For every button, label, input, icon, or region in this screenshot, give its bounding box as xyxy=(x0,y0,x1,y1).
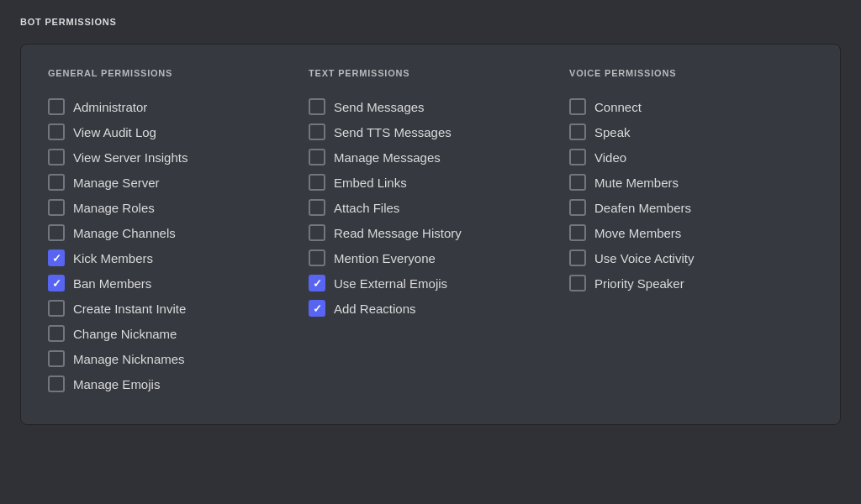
permission-item-read-message-history[interactable]: Read Message History xyxy=(309,224,552,241)
permission-label-view-audit-log: View Audit Log xyxy=(73,125,156,139)
permission-item-manage-roles[interactable]: Manage Roles xyxy=(48,199,292,216)
permission-item-view-audit-log[interactable]: View Audit Log xyxy=(48,123,292,140)
checkbox-manage-channels[interactable] xyxy=(48,224,65,241)
permission-label-ban-members: Ban Members xyxy=(73,276,151,291)
permission-item-view-server-insights[interactable]: View Server Insights xyxy=(48,149,292,165)
permission-item-kick-members[interactable]: Kick Members xyxy=(48,249,292,266)
permission-label-manage-emojis: Manage Emojis xyxy=(73,377,160,391)
permission-item-manage-nicknames[interactable]: Manage Nicknames xyxy=(48,350,292,367)
permission-item-connect[interactable]: Connect xyxy=(569,98,813,115)
checkbox-manage-roles[interactable] xyxy=(48,199,65,216)
permission-label-priority-speaker: Priority Speaker xyxy=(594,276,684,291)
page-title: BOT PERMISSIONS xyxy=(20,17,841,27)
checkbox-ban-members[interactable] xyxy=(48,275,65,291)
checkbox-connect[interactable] xyxy=(569,98,586,115)
permission-label-kick-members: Kick Members xyxy=(73,251,153,265)
permission-label-manage-channels: Manage Channels xyxy=(73,226,176,240)
checkbox-manage-emojis[interactable] xyxy=(48,375,65,392)
permission-label-move-members: Move Members xyxy=(594,226,681,240)
permission-item-speak[interactable]: Speak xyxy=(569,123,813,140)
permission-label-send-messages: Send Messages xyxy=(334,100,425,114)
permission-label-mute-members: Mute Members xyxy=(594,176,679,190)
permission-item-add-reactions[interactable]: Add Reactions xyxy=(309,300,552,317)
checkbox-administrator[interactable] xyxy=(48,98,65,115)
checkbox-video[interactable] xyxy=(569,149,586,165)
checkbox-priority-speaker[interactable] xyxy=(569,275,586,291)
checkbox-use-voice-activity[interactable] xyxy=(569,249,586,266)
permission-item-administrator[interactable]: Administrator xyxy=(48,98,292,115)
checkbox-create-instant-invite[interactable] xyxy=(48,300,65,317)
permission-label-manage-server: Manage Server xyxy=(73,176,160,190)
checkbox-move-members[interactable] xyxy=(569,224,586,241)
permission-label-speak: Speak xyxy=(594,125,631,139)
permission-item-priority-speaker[interactable]: Priority Speaker xyxy=(569,275,813,291)
permission-label-use-external-emojis: Use External Emojis xyxy=(334,276,447,291)
permission-item-manage-channels[interactable]: Manage Channels xyxy=(48,224,292,241)
permission-item-ban-members[interactable]: Ban Members xyxy=(48,275,292,291)
checkbox-speak[interactable] xyxy=(569,123,586,140)
permission-item-use-voice-activity[interactable]: Use Voice Activity xyxy=(569,249,813,266)
checkbox-manage-nicknames[interactable] xyxy=(48,350,65,367)
checkbox-view-server-insights[interactable] xyxy=(48,149,65,165)
permission-item-change-nickname[interactable]: Change Nickname xyxy=(48,325,292,342)
permission-item-video[interactable]: Video xyxy=(569,149,813,165)
column-header-general: GENERAL PERMISSIONS xyxy=(48,68,292,85)
permission-item-attach-files[interactable]: Attach Files xyxy=(309,199,552,216)
permission-label-deafen-members: Deafen Members xyxy=(594,201,691,215)
permission-item-manage-emojis[interactable]: Manage Emojis xyxy=(48,375,292,392)
checkbox-send-tts-messages[interactable] xyxy=(309,123,325,140)
permission-label-manage-roles: Manage Roles xyxy=(73,201,155,215)
checkbox-use-external-emojis[interactable] xyxy=(309,275,325,291)
checkbox-manage-server[interactable] xyxy=(48,174,65,191)
permission-label-view-server-insights: View Server Insights xyxy=(73,150,188,165)
column-general: GENERAL PERMISSIONSAdministratorView Aud… xyxy=(48,68,292,401)
permission-label-mention-everyone: Mention Everyone xyxy=(334,251,436,265)
permission-label-manage-nicknames: Manage Nicknames xyxy=(73,352,185,366)
permission-label-send-tts-messages: Send TTS Messages xyxy=(334,125,452,139)
permission-item-create-instant-invite[interactable]: Create Instant Invite xyxy=(48,300,292,317)
permission-label-read-message-history: Read Message History xyxy=(334,226,462,240)
checkbox-add-reactions[interactable] xyxy=(309,300,325,317)
permission-label-manage-messages: Manage Messages xyxy=(334,150,441,165)
checkbox-embed-links[interactable] xyxy=(309,174,325,191)
checkbox-view-audit-log[interactable] xyxy=(48,123,65,140)
checkbox-deafen-members[interactable] xyxy=(569,199,586,216)
permission-label-video: Video xyxy=(594,150,626,165)
column-text: TEXT PERMISSIONSSend MessagesSend TTS Me… xyxy=(309,68,552,401)
checkbox-attach-files[interactable] xyxy=(309,199,325,216)
checkbox-mute-members[interactable] xyxy=(569,174,586,191)
column-voice: VOICE PERMISSIONSConnectSpeakVideoMute M… xyxy=(569,68,813,401)
permission-label-use-voice-activity: Use Voice Activity xyxy=(594,251,694,265)
permission-label-create-instant-invite: Create Instant Invite xyxy=(73,302,186,316)
permission-item-mention-everyone[interactable]: Mention Everyone xyxy=(309,249,552,266)
permission-label-connect: Connect xyxy=(594,100,642,114)
permission-item-send-messages[interactable]: Send Messages xyxy=(309,98,552,115)
checkbox-send-messages[interactable] xyxy=(309,98,325,115)
permission-item-manage-server[interactable]: Manage Server xyxy=(48,174,292,191)
permission-label-attach-files: Attach Files xyxy=(334,201,399,215)
permission-item-send-tts-messages[interactable]: Send TTS Messages xyxy=(309,123,552,140)
checkbox-kick-members[interactable] xyxy=(48,249,65,266)
permission-item-deafen-members[interactable]: Deafen Members xyxy=(569,199,813,216)
page-container: BOT PERMISSIONS GENERAL PERMISSIONSAdmin… xyxy=(0,0,861,504)
permission-item-use-external-emojis[interactable]: Use External Emojis xyxy=(309,275,552,291)
permission-label-embed-links: Embed Links xyxy=(334,176,407,190)
permission-item-manage-messages[interactable]: Manage Messages xyxy=(309,149,552,165)
permission-item-move-members[interactable]: Move Members xyxy=(569,224,813,241)
checkbox-read-message-history[interactable] xyxy=(309,224,325,241)
permission-item-embed-links[interactable]: Embed Links xyxy=(309,174,552,191)
permission-label-change-nickname: Change Nickname xyxy=(73,327,177,341)
checkbox-manage-messages[interactable] xyxy=(309,149,325,165)
permission-item-mute-members[interactable]: Mute Members xyxy=(569,174,813,191)
permission-label-add-reactions: Add Reactions xyxy=(334,302,416,316)
permission-label-administrator: Administrator xyxy=(73,100,147,114)
column-header-voice: VOICE PERMISSIONS xyxy=(569,68,813,85)
column-header-text: TEXT PERMISSIONS xyxy=(309,68,552,85)
permissions-grid: GENERAL PERMISSIONSAdministratorView Aud… xyxy=(48,68,813,401)
checkbox-change-nickname[interactable] xyxy=(48,325,65,342)
permissions-card: GENERAL PERMISSIONSAdministratorView Aud… xyxy=(20,44,841,425)
checkbox-mention-everyone[interactable] xyxy=(309,249,325,266)
